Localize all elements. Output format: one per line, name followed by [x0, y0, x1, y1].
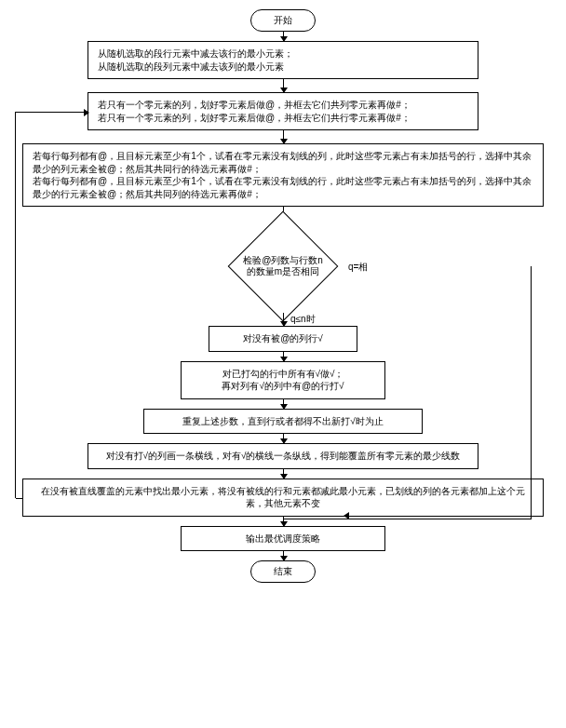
arrow	[283, 130, 284, 143]
decision-text: 检验@列数与行数n的数量m是否相同	[241, 255, 325, 278]
step3-text: 若每行每列都有@，且目标元素至少有1个，试看在零元素没有划线的列，此时这些零元素…	[33, 151, 532, 199]
arrow	[283, 434, 284, 443]
step9-text: 输出最优调度策略	[246, 533, 320, 544]
arrow	[283, 32, 284, 41]
decision-node: 检验@列数与行数n的数量m是否相同 q=相 q≤n时	[218, 220, 348, 313]
step8-text: 在没有被直线覆盖的元素中找出最小元素，将没有被线的行和元素都减此最小元素，已划线…	[41, 486, 525, 509]
process-step6: 重复上述步数，直到行或者都得不出新打√时为止	[143, 409, 423, 435]
arrow	[283, 79, 284, 92]
arrow	[283, 517, 284, 526]
step5-text: 对已打勾的行中所有有√做√； 再对列有√的列中有@的行打√	[222, 369, 344, 392]
process-step8: 在没有被直线覆盖的元素中找出最小元素，将没有被线的行和元素都减此最小元素，已划线…	[22, 479, 544, 517]
step2-text: 若只有一个零元素的列，划好零元素后做@，并框去它们共列零元素再做#； 若只有一个…	[98, 100, 411, 123]
start-label: 开始	[274, 15, 292, 25]
process-step3: 若每行每列都有@，且目标元素至少有1个，试看在零元素没有划线的列，此时这些零元素…	[22, 143, 544, 207]
process-step2: 若只有一个零元素的列，划好零元素后做@，并框去它们共列零元素再做#； 若只有一个…	[88, 92, 478, 130]
step4-text: 对没有被@的列行√	[243, 333, 323, 344]
arrow	[283, 399, 284, 409]
step6-text: 重复上述步数，直到行或者都得不出新打√时为止	[182, 416, 384, 426]
arrow	[283, 551, 284, 560]
branch-label-no: q≤n时	[290, 313, 316, 326]
terminator-start: 开始	[250, 9, 316, 32]
process-step5: 对已打勾的行中所有有√做√； 再对列有√的列中有@的行打√	[181, 361, 385, 399]
branch-label-yes: q=相	[348, 261, 368, 274]
arrow	[283, 313, 284, 326]
process-step1: 从随机选取的段行元素中减去该行的最小元素； 从随机选取的段列元素中减去该列的最小…	[88, 41, 478, 79]
step7-text: 对没有打√的列画一条横线，对有√的横线一条纵线，得到能覆盖所有零元素的最少线数	[106, 451, 461, 461]
process-step9: 输出最优调度策略	[181, 526, 385, 552]
end-label: 结束	[274, 566, 292, 576]
process-step4: 对没有被@的列行√	[209, 326, 357, 352]
arrow	[283, 469, 284, 479]
step1-text: 从随机选取的段行元素中减去该行的最小元素； 从随机选取的段列元素中减去该列的最小…	[98, 48, 293, 72]
terminator-end: 结束	[250, 560, 316, 583]
process-step7: 对没有打√的列画一条横线，对有√的横线一条纵线，得到能覆盖所有零元素的最少线数	[88, 443, 478, 469]
arrow	[283, 352, 284, 361]
